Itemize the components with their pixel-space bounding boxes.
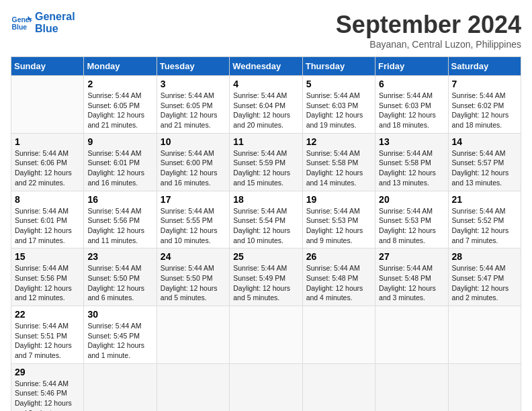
table-cell	[375, 363, 448, 411]
day-number: 24	[161, 251, 226, 262]
day-number: 26	[306, 251, 371, 262]
table-cell: 2Sunrise: 5:44 AMSunset: 6:05 PMDaylight…	[84, 76, 157, 134]
col-saturday: Saturday	[448, 57, 521, 76]
table-cell	[302, 363, 375, 411]
table-cell	[448, 363, 521, 411]
table-cell	[302, 306, 375, 364]
table-cell: 4Sunrise: 5:44 AMSunset: 6:04 PMDaylight…	[230, 76, 302, 134]
table-cell: 22Sunrise: 5:44 AMSunset: 5:51 PMDayligh…	[11, 306, 84, 364]
day-number: 20	[379, 194, 444, 205]
day-number: 25	[233, 251, 298, 262]
table-cell: 26Sunrise: 5:44 AMSunset: 5:48 PMDayligh…	[302, 248, 375, 306]
table-cell: 15Sunrise: 5:44 AMSunset: 5:56 PMDayligh…	[11, 248, 84, 306]
table-cell	[84, 363, 157, 411]
col-wednesday: Wednesday	[230, 57, 302, 76]
table-cell: 27Sunrise: 5:44 AMSunset: 5:48 PMDayligh…	[375, 248, 448, 306]
table-cell: 25Sunrise: 5:44 AMSunset: 5:49 PMDayligh…	[230, 248, 302, 306]
day-number: 2	[87, 79, 152, 89]
day-number: 8	[15, 194, 80, 205]
table-cell: 29Sunrise: 5:44 AMSunset: 5:46 PMDayligh…	[11, 363, 84, 411]
day-number: 15	[15, 251, 80, 262]
table-cell	[448, 306, 521, 364]
logo: General Blue General Blue	[11, 11, 75, 34]
table-cell: 3Sunrise: 5:44 AMSunset: 6:05 PMDaylight…	[157, 76, 229, 134]
day-number: 1	[15, 136, 80, 147]
table-cell: 11Sunrise: 5:44 AMSunset: 5:59 PMDayligh…	[230, 133, 302, 191]
table-cell: 1Sunrise: 5:44 AMSunset: 6:06 PMDaylight…	[11, 133, 84, 191]
logo-icon: General Blue	[11, 13, 32, 32]
table-cell: 19Sunrise: 5:44 AMSunset: 5:53 PMDayligh…	[302, 191, 375, 248]
day-detail: Sunrise: 5:44 AMSunset: 5:53 PMDaylight:…	[379, 207, 436, 244]
table-row: 22Sunrise: 5:44 AMSunset: 5:51 PMDayligh…	[11, 306, 521, 364]
table-cell	[230, 306, 302, 364]
day-detail: Sunrise: 5:44 AMSunset: 5:46 PMDaylight:…	[15, 379, 72, 411]
table-cell: 23Sunrise: 5:44 AMSunset: 5:50 PMDayligh…	[84, 248, 157, 306]
day-detail: Sunrise: 5:44 AMSunset: 6:03 PMDaylight:…	[306, 91, 363, 129]
table-cell: 30Sunrise: 5:44 AMSunset: 5:45 PMDayligh…	[84, 306, 157, 364]
day-detail: Sunrise: 5:44 AMSunset: 5:59 PMDaylight:…	[233, 149, 290, 187]
col-monday: Monday	[84, 57, 157, 76]
calendar-header: Sunday Monday Tuesday Wednesday Thursday…	[11, 57, 521, 76]
day-number: 22	[15, 309, 80, 320]
table-cell: 24Sunrise: 5:44 AMSunset: 5:50 PMDayligh…	[157, 248, 229, 306]
day-number: 18	[233, 194, 298, 205]
calendar-table: Sunday Monday Tuesday Wednesday Thursday…	[11, 56, 521, 411]
day-number: 9	[87, 136, 152, 147]
day-number: 17	[161, 194, 226, 205]
table-row: 15Sunrise: 5:44 AMSunset: 5:56 PMDayligh…	[11, 248, 521, 306]
table-row: 29Sunrise: 5:44 AMSunset: 5:46 PMDayligh…	[11, 363, 521, 411]
day-number: 3	[161, 79, 226, 89]
day-number: 6	[379, 79, 444, 89]
table-row: 8Sunrise: 5:44 AMSunset: 6:01 PMDaylight…	[11, 191, 521, 248]
day-detail: Sunrise: 5:44 AMSunset: 5:58 PMDaylight:…	[379, 149, 436, 187]
day-detail: Sunrise: 5:44 AMSunset: 5:57 PMDaylight:…	[452, 149, 509, 187]
table-row: 2Sunrise: 5:44 AMSunset: 6:05 PMDaylight…	[11, 76, 521, 134]
table-cell: 13Sunrise: 5:44 AMSunset: 5:58 PMDayligh…	[375, 133, 448, 191]
table-cell: 5Sunrise: 5:44 AMSunset: 6:03 PMDaylight…	[302, 76, 375, 134]
location-subtitle: Bayanan, Central Luzon, Philippines	[336, 39, 521, 50]
day-number: 13	[379, 136, 444, 147]
day-number: 5	[306, 79, 371, 89]
table-cell: 6Sunrise: 5:44 AMSunset: 6:03 PMDaylight…	[375, 76, 448, 134]
day-number: 28	[452, 251, 517, 262]
table-cell	[157, 363, 229, 411]
table-cell: 7Sunrise: 5:44 AMSunset: 6:02 PMDaylight…	[448, 76, 521, 134]
col-sunday: Sunday	[11, 57, 84, 76]
logo-line1: General	[35, 11, 75, 23]
day-detail: Sunrise: 5:44 AMSunset: 6:00 PMDaylight:…	[161, 149, 218, 187]
day-detail: Sunrise: 5:44 AMSunset: 5:56 PMDaylight:…	[15, 264, 72, 302]
table-cell: 18Sunrise: 5:44 AMSunset: 5:54 PMDayligh…	[230, 191, 302, 248]
table-cell: 28Sunrise: 5:44 AMSunset: 5:47 PMDayligh…	[448, 248, 521, 306]
title-section: September 2024 Bayanan, Central Luzon, P…	[336, 11, 521, 50]
col-thursday: Thursday	[302, 57, 375, 76]
day-detail: Sunrise: 5:44 AMSunset: 5:50 PMDaylight:…	[161, 264, 218, 302]
day-detail: Sunrise: 5:44 AMSunset: 6:01 PMDaylight:…	[87, 149, 144, 187]
day-detail: Sunrise: 5:44 AMSunset: 6:05 PMDaylight:…	[87, 91, 144, 129]
day-detail: Sunrise: 5:44 AMSunset: 5:51 PMDaylight:…	[15, 322, 72, 359]
day-number: 12	[306, 136, 371, 147]
table-cell	[375, 306, 448, 364]
day-detail: Sunrise: 5:44 AMSunset: 5:55 PMDaylight:…	[161, 207, 218, 244]
table-cell: 14Sunrise: 5:44 AMSunset: 5:57 PMDayligh…	[448, 133, 521, 191]
table-cell: 10Sunrise: 5:44 AMSunset: 6:00 PMDayligh…	[157, 133, 229, 191]
day-detail: Sunrise: 5:44 AMSunset: 5:54 PMDaylight:…	[233, 207, 290, 244]
day-detail: Sunrise: 5:44 AMSunset: 6:01 PMDaylight:…	[15, 207, 72, 244]
day-detail: Sunrise: 5:44 AMSunset: 5:49 PMDaylight:…	[233, 264, 290, 302]
day-detail: Sunrise: 5:44 AMSunset: 5:48 PMDaylight:…	[379, 264, 436, 302]
day-number: 14	[452, 136, 517, 147]
day-number: 30	[87, 309, 152, 320]
day-number: 23	[87, 251, 152, 262]
day-detail: Sunrise: 5:44 AMSunset: 6:03 PMDaylight:…	[379, 91, 436, 129]
day-detail: Sunrise: 5:44 AMSunset: 5:50 PMDaylight:…	[87, 264, 144, 302]
table-cell: 16Sunrise: 5:44 AMSunset: 5:56 PMDayligh…	[84, 191, 157, 248]
day-number: 7	[452, 79, 517, 89]
day-detail: Sunrise: 5:44 AMSunset: 5:53 PMDaylight:…	[306, 207, 363, 244]
day-detail: Sunrise: 5:44 AMSunset: 5:52 PMDaylight:…	[452, 207, 509, 244]
col-friday: Friday	[375, 57, 448, 76]
day-detail: Sunrise: 5:44 AMSunset: 6:04 PMDaylight:…	[233, 91, 290, 129]
day-detail: Sunrise: 5:44 AMSunset: 6:02 PMDaylight:…	[452, 91, 509, 129]
day-detail: Sunrise: 5:44 AMSunset: 6:06 PMDaylight:…	[15, 149, 72, 187]
day-number: 29	[15, 367, 80, 377]
day-number: 21	[452, 194, 517, 205]
day-detail: Sunrise: 5:44 AMSunset: 6:05 PMDaylight:…	[161, 91, 218, 129]
